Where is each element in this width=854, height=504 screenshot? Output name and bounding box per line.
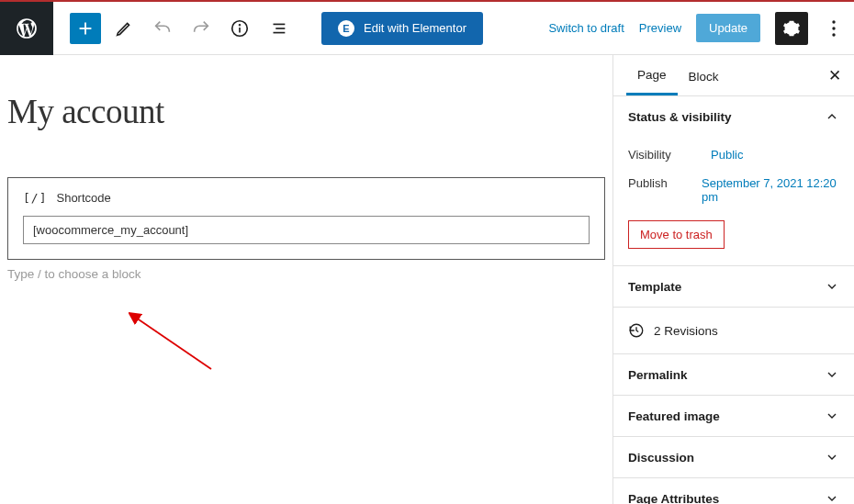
- tab-block[interactable]: Block: [678, 57, 730, 95]
- panel-status-label: Status & visibility: [628, 110, 732, 124]
- shortcode-icon: [/]: [23, 191, 47, 205]
- annotation-arrow: [129, 312, 220, 376]
- visibility-value[interactable]: Public: [711, 148, 743, 162]
- svg-line-11: [136, 318, 211, 369]
- chevron-down-icon: [825, 409, 839, 423]
- editor-header: E Edit with Elementor Switch to draft Pr…: [0, 2, 854, 55]
- redo-icon: [191, 18, 211, 39]
- close-sidebar-button[interactable]: ✕: [828, 66, 841, 85]
- panel-permalink[interactable]: Permalink: [613, 354, 854, 395]
- preview-link[interactable]: Preview: [639, 21, 681, 35]
- chevron-up-icon: [825, 109, 839, 124]
- panel-template-label: Template: [628, 280, 681, 294]
- svg-point-8: [832, 20, 835, 23]
- panel-attributes-label: Page Attributes: [628, 492, 719, 505]
- wordpress-icon: [15, 17, 39, 40]
- tab-page[interactable]: Page: [626, 55, 678, 95]
- page-title[interactable]: My account: [7, 92, 605, 131]
- gear-icon: [782, 19, 801, 38]
- publish-label: Publish: [628, 176, 702, 204]
- panel-template[interactable]: Template: [613, 266, 854, 307]
- switch-to-draft-link[interactable]: Switch to draft: [548, 21, 624, 35]
- panel-status-visibility[interactable]: Status & visibility: [613, 96, 854, 137]
- shortcode-block[interactable]: [/] Shortcode: [7, 177, 605, 260]
- list-icon: [268, 18, 288, 39]
- panel-featured-image[interactable]: Featured image: [613, 396, 854, 436]
- outline-button[interactable]: [263, 13, 294, 44]
- edit-elementor-label: Edit with Elementor: [364, 21, 466, 35]
- elementor-icon: E: [338, 20, 354, 37]
- tools-button[interactable]: [108, 13, 140, 44]
- chevron-down-icon: [825, 450, 839, 465]
- redo-button[interactable]: [185, 13, 217, 44]
- editor-canvas[interactable]: My account [/] Shortcode Type / to choos…: [0, 55, 612, 504]
- chevron-down-icon: [825, 491, 839, 504]
- chevron-down-icon: [825, 367, 839, 382]
- move-to-trash-button[interactable]: Move to trash: [628, 220, 725, 249]
- publish-value[interactable]: September 7, 2021 12:20 pm: [702, 176, 839, 204]
- panel-featured-label: Featured image: [628, 409, 720, 423]
- panel-discussion[interactable]: Discussion: [613, 437, 854, 477]
- shortcode-label: Shortcode: [56, 191, 110, 205]
- edit-with-elementor-button[interactable]: E Edit with Elementor: [321, 12, 483, 45]
- revisions-link[interactable]: 2 Revisions: [613, 308, 854, 354]
- visibility-label: Visibility: [628, 148, 711, 162]
- pencil-icon: [114, 18, 134, 39]
- chevron-down-icon: [825, 279, 839, 294]
- history-icon: [628, 322, 645, 339]
- plus-icon: [75, 18, 96, 39]
- block-appender[interactable]: Type / to choose a block: [7, 267, 605, 281]
- details-button[interactable]: [224, 13, 255, 44]
- undo-icon: [152, 18, 173, 39]
- revisions-label: 2 Revisions: [654, 324, 718, 338]
- panel-page-attributes[interactable]: Page Attributes: [613, 478, 854, 504]
- settings-sidebar: Page Block ✕ Status & visibility Visibil…: [612, 55, 854, 504]
- svg-point-10: [832, 33, 835, 36]
- wordpress-logo[interactable]: [0, 2, 53, 55]
- add-block-button[interactable]: [70, 13, 101, 44]
- settings-button[interactable]: [775, 12, 808, 45]
- options-button[interactable]: [823, 12, 845, 45]
- panel-discussion-label: Discussion: [628, 451, 694, 465]
- shortcode-input[interactable]: [23, 216, 590, 244]
- undo-button[interactable]: [147, 13, 178, 44]
- svg-point-9: [832, 27, 835, 29]
- panel-permalink-label: Permalink: [628, 368, 688, 382]
- sidebar-tabs: Page Block ✕: [613, 55, 854, 96]
- info-icon: [230, 18, 250, 39]
- update-button[interactable]: Update: [696, 14, 760, 42]
- svg-point-4: [240, 24, 241, 25]
- dots-vertical-icon: [832, 20, 836, 37]
